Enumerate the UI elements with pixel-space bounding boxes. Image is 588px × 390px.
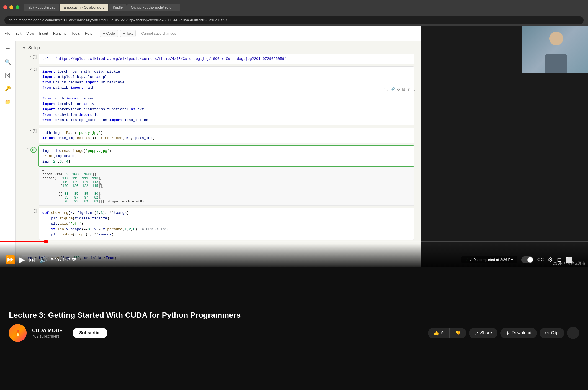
browser-tabs: lab? - JupyterLab ampp.gym - Colaborator… (24, 4, 585, 11)
cell-move-down-icon[interactable]: ↓ (387, 87, 389, 91)
cell-3-run-check: ✓ (29, 129, 32, 132)
subscribe-button[interactable]: Subscribe (73, 328, 107, 338)
cc-button[interactable]: CC (537, 257, 544, 262)
channel-info: CUDA MODE 762 subscribers (32, 328, 63, 338)
volume-button[interactable]: 🔊 (40, 256, 47, 263)
add-text-button[interactable]: + Text (120, 30, 136, 37)
clip-icon: ✂ (545, 330, 549, 336)
check-icon: ✓ (465, 258, 468, 262)
browser-addressbar: colab.research.google.com/drive/1D0ktrVr… (0, 14, 588, 26)
speed-toggle[interactable] (521, 256, 533, 263)
cell-3-gutter: ✓ [3] (22, 128, 39, 143)
cell-2-number: [2] (33, 68, 37, 71)
cell-1-content[interactable]: url = 'https://upload.wikimedia.org/wiki… (39, 54, 414, 64)
cell-link-icon[interactable]: 🔗 (390, 87, 395, 91)
video-title: Lecture 3: Getting Started With CUDA for… (0, 304, 588, 322)
channel-avatar[interactable]: 🔥 (9, 324, 27, 342)
cell-3: ✓ [3] path_img = Path('puppy.jpg') if no… (22, 128, 414, 143)
cell-1-gutter: ✓ [1] (22, 54, 39, 64)
add-code-button[interactable]: + Code (100, 30, 118, 37)
cell-copy-icon[interactable]: ⊡ (402, 87, 405, 91)
download-icon: ⬇ (506, 330, 509, 336)
menu-help[interactable]: Help (85, 31, 92, 35)
sidebar-files-icon[interactable]: 📁 (3, 98, 12, 106)
cell-1-number: [1] (33, 55, 37, 59)
speed-toggle-knob (527, 257, 533, 263)
dislike-icon: 👎 (455, 330, 461, 336)
clip-button[interactable]: ✂ Clip (540, 328, 564, 338)
sidebar-toc-icon[interactable]: [x] (3, 71, 12, 80)
cell-move-up-icon[interactable]: ↑ (383, 87, 385, 91)
like-count: 9 (441, 330, 444, 335)
sidebar-key-icon[interactable]: 🔑 (3, 84, 12, 93)
cell-2-content[interactable]: import torch, os, math, gzip, pickle imp… (39, 66, 414, 125)
share-button[interactable]: ↗ Share (469, 328, 498, 338)
person-head (549, 32, 563, 45)
tab-github[interactable]: Github - cuda-mode/lecturi... (127, 4, 180, 11)
cell-def-gutter: [ ] (22, 208, 39, 240)
video-progress-track[interactable] (0, 241, 588, 242)
output-collapse-icon[interactable]: ⊟ (42, 168, 48, 173)
share-label: Share (480, 330, 492, 335)
close-window-button[interactable] (3, 5, 7, 9)
cell-def-content[interactable]: def show_img(x, figsize=(4,3), **kwargs)… (39, 208, 414, 240)
browser-chrome: lab? - JupyterLab ampp.gym - Colaborator… (0, 0, 588, 26)
tab-jupyterlab[interactable]: lab? - JupyterLab (24, 4, 59, 11)
cell-1-run-check: ✓ (29, 55, 32, 58)
cell-settings-icon[interactable]: ⚙ (397, 87, 400, 91)
menu-edit[interactable]: Edit (15, 31, 21, 35)
cell-3-content[interactable]: path_img = Path('puppy.jpg') if not path… (39, 128, 414, 143)
maximize-window-button[interactable] (16, 5, 19, 9)
cell-1: ✓ [1] url = 'https://upload.wikimedia.or… (22, 54, 414, 64)
video-controls-bar: ⏩ ▶ ⏭ 🔊 5:39 / 1:17:55 ✓ ✓ 0s completed … (0, 243, 588, 267)
menu-view[interactable]: View (26, 31, 34, 35)
cell-4-run-check: ✓ (27, 147, 29, 150)
cell-1-url: 'https://upload.wikimedia.org/wikipedia/… (55, 57, 287, 61)
like-button[interactable]: 👍 9 (428, 328, 450, 338)
menu-runtime[interactable]: Runtime (53, 31, 66, 35)
download-button[interactable]: ⬇ Download (500, 328, 537, 338)
channel-row: 🔥 CUDA MODE 762 subscribers Subscribe 👍 … (0, 322, 588, 344)
cell-4-run-button[interactable]: ▶ (30, 147, 37, 153)
sidebar-search-icon[interactable]: 🔍 (3, 58, 12, 66)
menu-file[interactable]: File (4, 31, 10, 35)
minimize-window-button[interactable] (9, 5, 13, 9)
download-label: Download (512, 330, 531, 335)
cell-4: ✓ ▶ img = io.read_image('puppy.jpg') pri… (22, 146, 414, 206)
collapse-arrow-icon[interactable]: ▼ (22, 46, 26, 50)
clip-label: Clip (551, 330, 559, 335)
browser-titlebar: lab? - JupyterLab ampp.gym - Colaborator… (0, 0, 588, 14)
more-options-button[interactable]: ⋯ (567, 327, 579, 339)
dislike-button[interactable]: 👎 (450, 328, 466, 338)
play-button[interactable]: ⏩ (6, 255, 15, 264)
tab-colaboratory[interactable]: ampp.gym - Colaboratory (60, 4, 108, 11)
cell-2-run-check: ✓ (29, 68, 32, 71)
play-pause-button[interactable]: ▶ (19, 255, 25, 264)
video-info-section: Lecture 3: Getting Started With CUDA for… (0, 304, 588, 390)
cell-4-gutter: ✓ ▶ (22, 146, 39, 206)
next-button[interactable]: ⏭ (29, 256, 36, 264)
cell-3-number: [3] (33, 129, 37, 133)
completed-text: ✓ 0s completed at 2:26 PM (470, 258, 513, 262)
video-container: File Edit View Insert Runtime Tools Help… (0, 26, 588, 267)
controls-row: ⏩ ▶ ⏭ 🔊 5:39 / 1:17:55 ✓ ✓ 0s completed … (0, 255, 588, 264)
sidebar-menu-icon[interactable]: ☰ (3, 44, 12, 53)
video-progress-played (0, 241, 44, 242)
section-header: ▼ Setup (22, 45, 414, 50)
cell-2-gutter: ✓ [2] (22, 66, 39, 125)
watermark: CSDN @程序无涯海 (552, 261, 585, 266)
cell-more-icon[interactable]: ⋮ (412, 87, 416, 91)
notebook-area: File Edit View Insert Runtime Tools Help… (0, 26, 421, 267)
action-buttons: 👍 9 👎 ↗ Share ⬇ Download ✂ Clip ⋯ (428, 327, 579, 339)
add-cell-buttons: + Code + Text (100, 30, 136, 37)
cell-4-content[interactable]: img = io.read_image('puppy.jpg') print(i… (39, 146, 414, 167)
video-progress-thumb[interactable] (44, 240, 48, 243)
menu-insert[interactable]: Insert (39, 31, 48, 35)
traffic-lights (3, 5, 19, 9)
tab-kindle[interactable]: Kindle (109, 4, 127, 11)
share-icon: ↗ (474, 330, 478, 336)
address-bar[interactable]: colab.research.google.com/drive/1D0ktrVr… (4, 16, 584, 24)
cell-delete-icon[interactable]: 🗑 (407, 87, 411, 91)
menu-tools[interactable]: Tools (71, 31, 80, 35)
channel-name[interactable]: CUDA MODE (32, 328, 63, 333)
